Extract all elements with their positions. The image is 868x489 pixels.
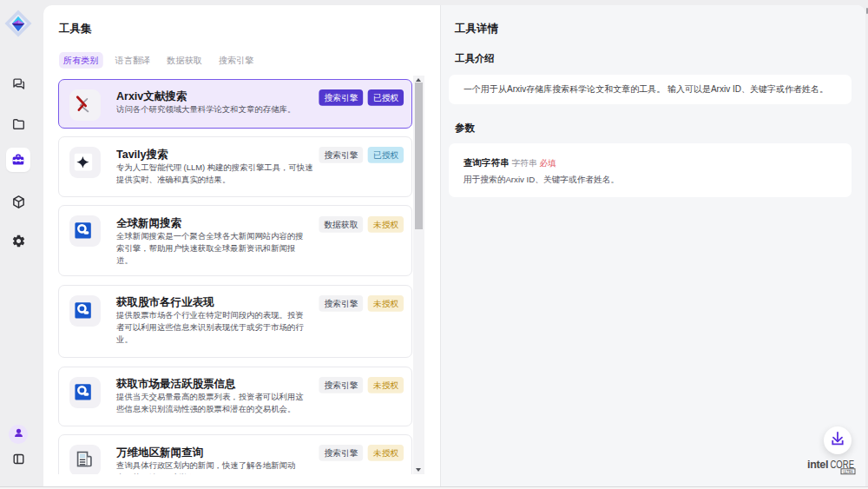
svg-text:ULTRA: ULTRA xyxy=(843,470,853,474)
svg-text:intel: intel xyxy=(807,459,829,471)
